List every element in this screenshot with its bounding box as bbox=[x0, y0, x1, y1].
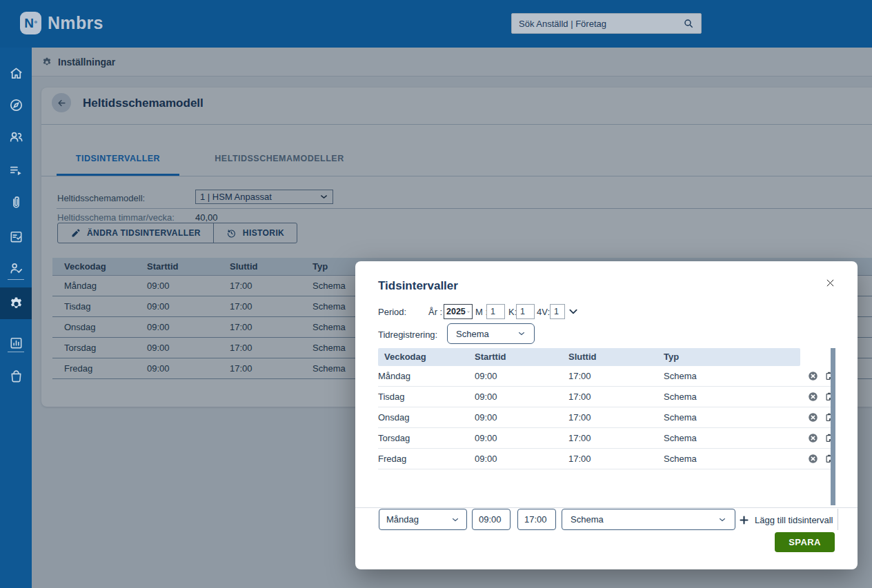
add-timeinterval-button[interactable]: Lägg till tidsintervall bbox=[739, 510, 833, 529]
dialog-table-row: Fredag 09:00 17:00 Schema bbox=[378, 449, 835, 469]
sidebar bbox=[0, 48, 32, 588]
top-bar: Nº Nmbrs Sök Anställd | Företag bbox=[0, 0, 872, 48]
chevron-down-icon bbox=[467, 308, 470, 316]
add-endtime-input[interactable]: 17:00 bbox=[517, 509, 556, 530]
chevron-down-icon bbox=[718, 516, 726, 524]
nmbrs-logo-icon: Nº bbox=[20, 12, 41, 34]
close-icon bbox=[825, 278, 835, 288]
add-starttime-input[interactable]: 09:00 bbox=[472, 509, 511, 530]
sidebar-item-checklist[interactable] bbox=[0, 221, 32, 252]
save-button[interactable]: SPARA bbox=[775, 532, 835, 552]
time-registration-label: Tidregistrering: bbox=[378, 330, 437, 340]
dialog-table-header: Veckodag Starttid Sluttid Typ bbox=[378, 348, 800, 366]
fourweek-label: 4V: bbox=[537, 307, 550, 317]
month-input[interactable]: 1 bbox=[486, 304, 505, 319]
chevron-down-icon bbox=[517, 330, 526, 338]
tidsintervaller-dialog: Tidsintervaller Period: År : 2025 M : 1 … bbox=[355, 261, 858, 569]
dialog-table-row: Tisdag 09:00 17:00 Schema bbox=[378, 387, 835, 407]
time-registration-select[interactable]: Schema bbox=[447, 323, 535, 344]
sidebar-item-home[interactable] bbox=[0, 57, 32, 89]
person-check-icon bbox=[8, 261, 24, 276]
chevron-down-icon bbox=[451, 516, 459, 524]
search-input[interactable]: Sök Anställd | Företag bbox=[511, 13, 702, 34]
dialog-table-row: Torsdag 09:00 17:00 Schema bbox=[378, 428, 835, 449]
delete-row-icon[interactable] bbox=[808, 371, 818, 381]
paperclip-icon bbox=[8, 194, 24, 210]
chevron-down-icon bbox=[568, 307, 579, 316]
shopping-bag-icon bbox=[8, 368, 24, 384]
sidebar-item-settings[interactable] bbox=[0, 287, 32, 319]
year-select[interactable]: 2025 bbox=[444, 304, 473, 319]
add-day-select[interactable]: Måndag bbox=[379, 509, 467, 530]
period-expand-button[interactable] bbox=[568, 307, 579, 316]
sidebar-item-explore[interactable] bbox=[0, 89, 32, 121]
sidebar-item-employees[interactable] bbox=[0, 121, 32, 152]
delete-row-icon[interactable] bbox=[808, 433, 818, 443]
checklist-icon bbox=[8, 229, 24, 245]
fourweek-input[interactable]: 1 bbox=[550, 304, 565, 319]
dialog-title: Tidsintervaller bbox=[378, 279, 458, 293]
search-icon bbox=[683, 18, 694, 29]
delete-row-icon[interactable] bbox=[808, 412, 818, 423]
delete-row-icon[interactable] bbox=[808, 392, 818, 402]
list-play-icon bbox=[8, 163, 24, 179]
dialog-table-row: Onsdag 09:00 17:00 Schema bbox=[378, 407, 835, 428]
sidebar-item-attachments[interactable] bbox=[0, 186, 32, 218]
delete-row-icon[interactable] bbox=[808, 454, 818, 464]
sidebar-divider bbox=[8, 279, 24, 280]
brand-name: Nmbrs bbox=[48, 13, 103, 33]
sidebar-item-shop[interactable] bbox=[0, 360, 32, 392]
gear-icon bbox=[8, 296, 24, 312]
divider bbox=[355, 507, 858, 508]
period-label: Period: bbox=[378, 307, 406, 317]
sidebar-item-reports[interactable] bbox=[0, 327, 32, 358]
dialog-table-row: Måndag 09:00 17:00 Schema bbox=[378, 366, 835, 387]
search-placeholder: Sök Anställd | Företag bbox=[519, 19, 683, 29]
year-label: År : bbox=[428, 307, 442, 317]
home-icon bbox=[8, 65, 24, 81]
bar-chart-icon bbox=[8, 335, 24, 351]
compass-icon bbox=[8, 97, 24, 113]
add-type-select[interactable]: Schema bbox=[562, 509, 735, 530]
dialog-table-body: Måndag 09:00 17:00 Schema Tisdag 09:00 1… bbox=[378, 366, 835, 469]
quarter-input[interactable]: 1 bbox=[516, 304, 535, 319]
people-icon bbox=[8, 129, 24, 145]
sidebar-item-runs[interactable] bbox=[0, 154, 32, 186]
sidebar-divider bbox=[8, 352, 24, 352]
divider bbox=[838, 509, 838, 530]
close-button[interactable] bbox=[823, 276, 837, 290]
nmbrs-logo[interactable]: Nº Nmbrs bbox=[20, 12, 103, 34]
scrollbar[interactable] bbox=[831, 348, 835, 505]
plus-icon bbox=[739, 515, 749, 525]
